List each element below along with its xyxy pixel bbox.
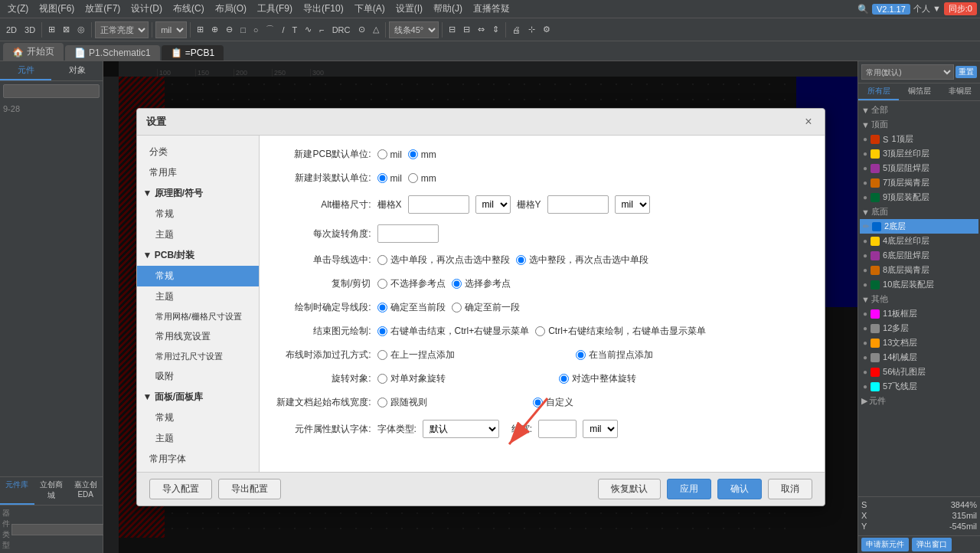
radio-confirm-prev[interactable]: 确定至前一段 bbox=[452, 301, 520, 314]
menu-item-order[interactable]: 下单(A) bbox=[350, 1, 390, 17]
trace-icon[interactable]: ⌐ bbox=[316, 24, 327, 36]
grid-y-input[interactable]: 5 bbox=[547, 195, 609, 214]
left-tab-jlc[interactable]: 嘉立创EDA bbox=[68, 477, 103, 505]
menu-item-design[interactable]: 设计(D) bbox=[126, 1, 167, 17]
layer-tab-copper[interactable]: 铜箔层 bbox=[899, 83, 939, 100]
export-config-btn[interactable]: 导出配置 bbox=[218, 479, 281, 499]
nav-pcb-via[interactable]: 常用过孔尺寸设置 bbox=[137, 347, 259, 366]
import-config-btn[interactable]: 导入配置 bbox=[149, 479, 212, 499]
nav-pcb-snap[interactable]: 吸附 bbox=[137, 366, 259, 387]
radio-pkg-mil[interactable]: mil bbox=[377, 173, 402, 184]
layer-preset-select[interactable]: 常用(默认) bbox=[861, 64, 954, 80]
grid-x-unit[interactable]: mil bbox=[475, 195, 511, 214]
2d-btn[interactable]: 2D bbox=[3, 24, 20, 36]
user-label[interactable]: 个人 ▼ bbox=[913, 3, 941, 15]
radio-wire-all[interactable]: 选中整段，再次点击选中单段 bbox=[516, 254, 648, 267]
grid-y-unit[interactable]: mil bbox=[615, 195, 650, 214]
nav-schematic-normal[interactable]: 常规 bbox=[137, 204, 259, 224]
menu-item-view[interactable]: 视图(F6) bbox=[34, 1, 79, 17]
confirm-btn[interactable]: 确认 bbox=[717, 479, 762, 499]
layer-bottom-8[interactable]: ● 8底层揭青层 bbox=[860, 263, 978, 277]
layer-top-1[interactable]: ● S 1顶层 bbox=[860, 132, 978, 146]
left-tab-object[interactable]: 对象 bbox=[51, 61, 103, 80]
layer-bottom-6[interactable]: ● 6底层阻焊层 bbox=[860, 248, 978, 263]
3d-btn[interactable]: 3D bbox=[21, 24, 38, 36]
shape-icon[interactable]: □ bbox=[237, 24, 249, 36]
layer-other-56[interactable]: ● 56钻孔图层 bbox=[860, 365, 978, 379]
nav-pcb-normal[interactable]: 常规 bbox=[137, 266, 259, 286]
via-icon[interactable]: ⊙ bbox=[355, 23, 368, 36]
drc-icon[interactable]: DRC bbox=[329, 24, 354, 36]
rotate-input[interactable]: 90 bbox=[377, 224, 439, 243]
text-icon[interactable]: T bbox=[289, 24, 301, 36]
pad-icon[interactable]: ◎ bbox=[74, 23, 88, 36]
reset-layer-btn[interactable]: 重置 bbox=[956, 66, 977, 78]
device-search-input[interactable] bbox=[11, 524, 112, 535]
radio-via-current[interactable]: 在当前捏点添加 bbox=[576, 348, 653, 362]
layer-other-14[interactable]: ● 14机械层 bbox=[860, 350, 978, 365]
nav-pcb-linewidth[interactable]: 常用线宽设置 bbox=[137, 326, 259, 347]
cancel-btn[interactable]: 取消 bbox=[768, 479, 812, 499]
layer-group-bottom[interactable]: ▼ 底面 bbox=[860, 205, 978, 219]
menu-item-settings[interactable]: 设置(I) bbox=[391, 1, 427, 17]
left-tab-shop[interactable]: 立创商城 bbox=[34, 477, 69, 505]
align-icon[interactable]: ⊟ bbox=[446, 23, 459, 36]
tab-start[interactable]: 🏠 开始页 bbox=[3, 43, 64, 61]
search-input[interactable] bbox=[3, 84, 100, 98]
radio-rotate-single[interactable]: 对单对象旋转 bbox=[377, 372, 446, 385]
brightness-select[interactable]: 正常亮度 bbox=[95, 21, 149, 38]
component-icon[interactable]: ⊞ bbox=[45, 23, 58, 36]
nav-pcb-grid[interactable]: 常用网格/栅格尺寸设置 bbox=[137, 307, 259, 326]
nav-panel-normal[interactable]: 常规 bbox=[137, 407, 259, 428]
angle-icon[interactable]: △ bbox=[370, 23, 382, 36]
layer-tab-all[interactable]: 所有层 bbox=[858, 83, 899, 100]
snap-icon[interactable]: ⊕ bbox=[208, 23, 221, 36]
menu-item-place[interactable]: 放置(F7) bbox=[80, 1, 125, 17]
radio-end-ctrl[interactable]: Ctrl+右键结束绘制，右键单击显示菜单 bbox=[535, 325, 706, 338]
layer-other-57[interactable]: ● 57飞线层 bbox=[860, 379, 978, 394]
line-icon[interactable]: / bbox=[279, 24, 287, 36]
nav-common-font[interactable]: 常用字体 bbox=[137, 449, 259, 470]
arc-icon[interactable]: ⌒ bbox=[263, 22, 277, 37]
restore-default-btn[interactable]: 恢复默认 bbox=[598, 479, 661, 499]
print-icon[interactable]: 🖨 bbox=[509, 24, 524, 36]
layer-other-13[interactable]: ● 13文档层 bbox=[860, 335, 978, 350]
nav-group-panel[interactable]: ▼ 面板/面板库 bbox=[137, 387, 259, 407]
copper-icon[interactable]: ⊠ bbox=[60, 23, 73, 36]
radio-via-prev[interactable]: 在上一捏点添加 bbox=[377, 348, 455, 362]
nav-category[interactable]: 分类 bbox=[137, 142, 259, 162]
radio-pkg-mm[interactable]: mm bbox=[408, 173, 436, 184]
apply-new-comp-btn[interactable]: 申请新元件 bbox=[861, 538, 909, 551]
layer-top-9[interactable]: ● 9顶层装配层 bbox=[860, 190, 978, 205]
menu-item-help[interactable]: 帮助(J) bbox=[429, 1, 467, 17]
search-icon[interactable]: 🔍 bbox=[858, 4, 869, 15]
radio-pcb-mil[interactable]: mil bbox=[377, 149, 402, 160]
radio-no-ref[interactable]: 不选择参考点 bbox=[377, 277, 446, 290]
linewidth-unit[interactable]: mil bbox=[583, 420, 618, 438]
menu-item-layout[interactable]: 布局(O) bbox=[211, 1, 251, 17]
mirror-icon[interactable]: ⇕ bbox=[489, 23, 502, 36]
oval-icon[interactable]: ○ bbox=[250, 24, 262, 36]
left-tab-lib[interactable]: 元件库 bbox=[0, 477, 34, 505]
layer-top-7[interactable]: ● 7顶层揭青层 bbox=[860, 175, 978, 190]
flip-icon[interactable]: ⇔ bbox=[475, 23, 488, 36]
nav-pcb-theme[interactable]: 主题 bbox=[137, 286, 259, 307]
measure-icon[interactable]: ⊹ bbox=[525, 23, 538, 36]
radio-custom-width[interactable]: 自定义 bbox=[533, 396, 573, 409]
layer-other-11[interactable]: ● 11板框层 bbox=[860, 306, 978, 321]
radio-with-ref[interactable]: 选择参考点 bbox=[452, 277, 511, 290]
grid-x-input[interactable]: 5 bbox=[408, 195, 469, 214]
radio-follow-rule[interactable]: 跟随视则 bbox=[377, 396, 427, 409]
linewidth-input[interactable]: 6 bbox=[538, 420, 577, 438]
layer-bottom-4[interactable]: ● 4底层丝印层 bbox=[860, 234, 978, 248]
bezier-icon[interactable]: ∿ bbox=[302, 23, 315, 36]
radio-confirm-current[interactable]: 确定至当前段 bbox=[377, 301, 446, 314]
menu-item-file[interactable]: 文(Z) bbox=[3, 1, 33, 17]
menu-item-broadcast[interactable]: 直播答疑 bbox=[469, 1, 514, 17]
nav-panel-theme[interactable]: 主题 bbox=[137, 428, 259, 449]
apply-btn[interactable]: 应用 bbox=[667, 479, 711, 499]
unit-select[interactable]: mil bbox=[155, 21, 187, 38]
menu-item-route[interactable]: 布线(C) bbox=[168, 1, 209, 17]
layer-other-12[interactable]: ● 12多层 bbox=[860, 321, 978, 335]
settings-icon[interactable]: ⚙ bbox=[540, 23, 554, 36]
